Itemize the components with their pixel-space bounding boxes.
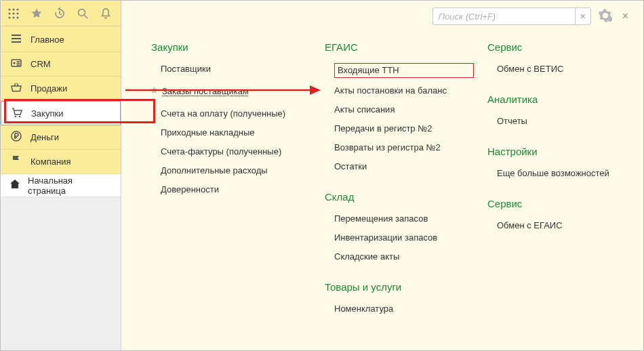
column-egais-warehouse: ЕГАИС Входящие ТТН Акты постановки на ба… <box>325 36 474 318</box>
close-icon[interactable]: × <box>620 10 631 22</box>
apps-grid-icon[interactable] <box>7 7 20 20</box>
nav-company[interactable]: Компания <box>1 150 121 174</box>
column-purchases: Закупки Поставщики Заказы поставщикам Сч… <box>151 36 311 318</box>
nav-label: Главное <box>31 35 64 45</box>
search-input[interactable] <box>432 7 575 25</box>
nav-list: Главное CRM Продажи Закупки <box>1 26 121 174</box>
svg-point-16 <box>608 18 612 22</box>
link-incoming-ttn[interactable]: Входящие ТТН <box>338 64 399 77</box>
svg-point-12 <box>13 62 15 64</box>
svg-point-1 <box>12 8 14 10</box>
link-goods-receipt[interactable]: Приходные накладные <box>161 127 311 139</box>
sidebar-empty-area <box>1 197 121 350</box>
svg-point-4 <box>12 12 14 14</box>
svg-point-3 <box>8 12 10 14</box>
link-additional-costs[interactable]: Дополнительные расходы <box>161 165 311 177</box>
link-powers-of-attorney[interactable]: Доверенности <box>161 184 311 196</box>
svg-point-13 <box>15 115 17 117</box>
main-header: × × <box>121 1 643 32</box>
link-returns-reg2[interactable]: Возвраты из регистра №2 <box>334 142 474 154</box>
basket-icon <box>10 81 22 96</box>
svg-point-6 <box>8 16 10 18</box>
link-writeoff-acts[interactable]: Акты списания <box>334 104 474 116</box>
nav-money[interactable]: Деньги <box>1 125 121 150</box>
search-icon[interactable] <box>77 7 89 20</box>
menu-icon <box>10 33 22 47</box>
svg-point-7 <box>12 16 14 18</box>
nav-label: CRM <box>31 59 51 69</box>
nav-label: Закупки <box>31 108 63 119</box>
nav-crm[interactable]: CRM <box>1 52 121 77</box>
nav-label: Продажи <box>31 83 67 94</box>
content-columns: Закупки Поставщики Заказы поставщикам Сч… <box>121 32 643 332</box>
nav-label: Компания <box>31 157 71 167</box>
link-stock-inventory[interactable]: Инвентаризации запасов <box>334 232 474 244</box>
link-stock-transfers[interactable]: Перемещения запасов <box>334 213 474 225</box>
link-reports[interactable]: Отчеты <box>497 115 630 127</box>
svg-point-5 <box>16 12 18 14</box>
sidebar: Главное CRM Продажи Закупки <box>1 1 121 350</box>
start-page-label: Начальная страница <box>28 176 113 196</box>
card-icon <box>10 57 22 71</box>
svg-line-10 <box>85 15 88 18</box>
nav-main[interactable]: Главное <box>1 28 121 52</box>
nav-purchases[interactable]: Закупки <box>1 101 121 125</box>
svg-point-14 <box>19 115 21 117</box>
section-title-warehouse[interactable]: Склад <box>325 191 474 203</box>
main-panel: × × Закупки Поставщики Заказы поставщика… <box>121 1 643 350</box>
history-icon[interactable] <box>54 7 66 20</box>
link-supplier-orders[interactable]: Заказы поставщикам <box>162 85 249 98</box>
section-title-purchases[interactable]: Закупки <box>151 41 311 53</box>
section-title-egais[interactable]: ЕГАИС <box>325 41 474 53</box>
section-title-analytics[interactable]: Аналитика <box>487 94 630 105</box>
link-egais-exchange[interactable]: Обмен с ЕГАИС <box>497 220 630 232</box>
link-transfers-reg2[interactable]: Передачи в регистр №2 <box>334 123 474 135</box>
svg-point-9 <box>79 9 85 16</box>
svg-point-0 <box>8 8 10 10</box>
link-suppliers[interactable]: Поставщики <box>161 63 311 75</box>
link-nomenclature[interactable]: Номенклатура <box>334 303 474 315</box>
nav-label: Деньги <box>31 132 59 142</box>
section-title-service2[interactable]: Сервис <box>487 198 630 209</box>
home-icon <box>9 178 21 192</box>
svg-point-8 <box>16 16 18 18</box>
link-balance-acts[interactable]: Акты постановки на баланс <box>334 85 474 97</box>
top-toolbar <box>1 1 121 26</box>
flag-icon <box>10 154 22 169</box>
link-more-options[interactable]: Еще больше возможностей <box>497 167 630 180</box>
link-vetis-exchange[interactable]: Обмен с ВЕТИС <box>497 63 630 75</box>
cart-icon <box>11 106 23 121</box>
section-title-settings[interactable]: Настройки <box>487 146 630 157</box>
gear-icon[interactable] <box>598 8 613 25</box>
section-title-goods[interactable]: Товары и услуги <box>325 281 474 293</box>
link-invoices-received[interactable]: Счета на оплату (полученные) <box>161 108 311 120</box>
bell-icon[interactable] <box>100 7 112 20</box>
column-service: Сервис Обмен с ВЕТИС Аналитика Отчеты На… <box>487 36 630 318</box>
ruble-icon <box>10 130 22 144</box>
section-title-service1[interactable]: Сервис <box>487 41 630 53</box>
link-warehouse-acts[interactable]: Складские акты <box>334 251 474 263</box>
search-clear-button[interactable]: × <box>575 7 591 25</box>
favorite-star-icon <box>150 86 159 97</box>
svg-point-2 <box>16 8 18 10</box>
link-balances[interactable]: Остатки <box>334 161 474 173</box>
nav-sales[interactable]: Продажи <box>1 77 121 101</box>
start-page-tab[interactable]: Начальная страница <box>1 174 121 197</box>
link-tax-invoices-received[interactable]: Счета-фактуры (полученные) <box>161 146 311 158</box>
star-icon[interactable] <box>31 7 43 20</box>
search-group: × <box>432 7 591 25</box>
